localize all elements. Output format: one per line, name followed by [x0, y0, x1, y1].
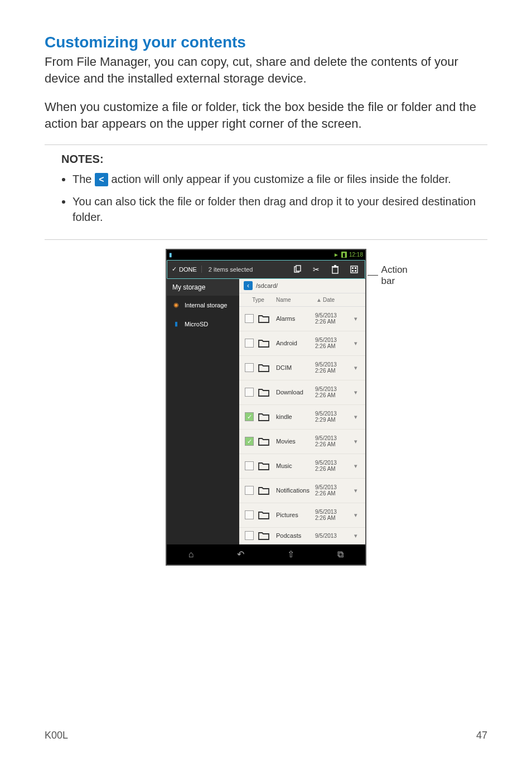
sidebar-title: My storage — [167, 279, 239, 296]
nav-back-icon[interactable]: ↶ — [237, 549, 244, 560]
sort-indicator-icon: ▲ — [316, 297, 323, 303]
folder-icon — [258, 339, 272, 348]
row-more-icon[interactable]: ▾ — [352, 364, 360, 372]
copy-icon[interactable] — [291, 263, 303, 276]
file-date: 9/5/20132:26 AM — [315, 460, 352, 472]
row-checkbox[interactable] — [245, 486, 254, 495]
file-row[interactable]: Movies9/5/20132:26 AM▾ — [239, 430, 365, 454]
svg-rect-9 — [355, 270, 356, 272]
notes-title: NOTES: — [61, 153, 485, 166]
done-label: DONE — [179, 266, 197, 273]
file-date: 9/5/20132:26 AM — [315, 386, 352, 398]
footer-model: K00L — [45, 730, 68, 741]
folder-icon — [258, 461, 272, 470]
row-more-icon[interactable]: ▾ — [352, 487, 360, 494]
device-screenshot: ▮ ► ▮ 12:18 ✓ DONE 2 items selected ✂ — [166, 249, 366, 566]
sidebar-item-internal[interactable]: ◉ Internal storage — [167, 296, 239, 315]
row-more-icon[interactable]: ▾ — [352, 532, 360, 539]
file-row[interactable]: kindle9/5/20132:29 AM▾ — [239, 405, 365, 430]
folder-icon — [258, 388, 272, 397]
footer-page: 47 — [476, 730, 487, 741]
svg-rect-2 — [332, 267, 338, 273]
row-more-icon[interactable]: ▾ — [352, 340, 360, 347]
path-text: /sdcard/ — [256, 282, 278, 289]
row-checkbox[interactable] — [245, 437, 254, 446]
callout-action-bar: Action bar — [367, 264, 412, 287]
row-checkbox[interactable] — [245, 388, 254, 397]
file-date: 9/5/20132:26 AM — [315, 435, 352, 447]
breadcrumb-path: ‹ /sdcard/ — [239, 279, 365, 293]
svg-rect-3 — [332, 266, 338, 267]
row-checkbox[interactable] — [245, 314, 254, 323]
notes-block: NOTES: The < action will only appear if … — [45, 144, 487, 240]
delete-icon[interactable] — [329, 263, 341, 276]
file-list-panel: ‹ /sdcard/ Type Name ▲ Date Alarms9/5/20… — [239, 279, 365, 544]
note1-text-a: The — [72, 173, 95, 185]
row-checkbox[interactable] — [245, 412, 254, 421]
status-notification-icon: ▮ — [169, 252, 172, 258]
wifi-icon: ► — [333, 252, 339, 258]
status-bar: ▮ ► ▮ 12:18 — [167, 250, 365, 260]
svg-rect-7 — [355, 267, 356, 269]
file-row[interactable]: Alarms9/5/20132:26 AM▾ — [239, 307, 365, 331]
file-name: Download — [276, 389, 315, 396]
folder-icon — [258, 486, 272, 495]
file-date: 9/5/20132:26 AM — [315, 484, 352, 496]
col-type[interactable]: Type — [245, 297, 272, 303]
action-bar: ✓ DONE 2 items selected ✂ — [167, 260, 365, 279]
svg-rect-6 — [352, 267, 354, 269]
file-row[interactable]: Android9/5/20132:26 AM▾ — [239, 331, 365, 356]
file-name: Alarms — [276, 315, 315, 322]
row-more-icon[interactable]: ▾ — [352, 512, 360, 519]
callout-label: Action bar — [381, 264, 412, 287]
nav-recent-icon[interactable]: ⧉ — [337, 549, 344, 560]
row-more-icon[interactable]: ▾ — [352, 438, 360, 445]
row-more-icon[interactable]: ▾ — [352, 413, 360, 421]
file-date: 9/5/20132:26 AM — [315, 361, 352, 374]
file-row[interactable]: Music9/5/20132:26 AM▾ — [239, 454, 365, 479]
nav-prev-icon[interactable]: ⌂ — [188, 549, 194, 560]
file-name: Notifications — [276, 487, 315, 494]
row-more-icon[interactable]: ▾ — [352, 462, 360, 470]
file-row[interactable]: Notifications9/5/20132:26 AM▾ — [239, 479, 365, 503]
svg-rect-8 — [352, 270, 354, 272]
file-date: 9/5/20132:26 AM — [315, 509, 352, 521]
svg-rect-4 — [334, 265, 336, 266]
callout-line — [367, 275, 378, 276]
done-button[interactable]: ✓ DONE — [172, 266, 202, 273]
file-name: Android — [276, 340, 315, 346]
note1-text-b: action will only appear if you customize… — [108, 173, 451, 185]
system-navbar: ⌂ ↶ ⇧ ⧉ — [167, 544, 365, 565]
file-name: kindle — [276, 413, 315, 420]
sidebar-internal-label: Internal storage — [185, 302, 227, 308]
file-date: 9/5/20132:29 AM — [315, 411, 352, 423]
row-checkbox[interactable] — [245, 531, 254, 540]
sidebar-microsd-label: MicroSD — [185, 321, 208, 327]
path-back-icon[interactable]: ‹ — [244, 281, 253, 290]
row-more-icon[interactable]: ▾ — [352, 315, 360, 322]
file-date: 9/5/2013 — [315, 533, 352, 539]
note-item-1: The < action will only appear if you cus… — [72, 171, 485, 187]
row-more-icon[interactable]: ▾ — [352, 389, 360, 396]
nav-home-icon[interactable]: ⇧ — [287, 549, 294, 560]
cut-icon[interactable]: ✂ — [310, 263, 322, 276]
col-date[interactable]: Date — [323, 297, 360, 303]
file-row[interactable]: Download9/5/20132:26 AM▾ — [239, 380, 365, 405]
svg-rect-5 — [351, 266, 357, 273]
sidebar-item-microsd[interactable]: ▮ MicroSD — [167, 315, 239, 334]
row-checkbox[interactable] — [245, 339, 254, 348]
file-row[interactable]: DCIM9/5/20132:26 AM▾ — [239, 356, 365, 380]
battery-icon: ▮ — [341, 252, 347, 258]
row-checkbox[interactable] — [245, 510, 254, 519]
file-row[interactable]: Podcasts9/5/2013▾ — [239, 528, 365, 544]
select-all-icon[interactable] — [348, 263, 360, 276]
row-checkbox[interactable] — [245, 461, 254, 470]
file-name: Movies — [276, 438, 315, 445]
folder-icon — [258, 437, 272, 446]
folder-icon — [258, 531, 272, 540]
col-name[interactable]: Name — [272, 297, 316, 303]
row-checkbox[interactable] — [245, 363, 254, 372]
file-row[interactable]: Pictures9/5/20132:26 AM▾ — [239, 503, 365, 528]
section-heading: Customizing your contents — [45, 33, 487, 51]
svg-rect-1 — [296, 266, 301, 271]
